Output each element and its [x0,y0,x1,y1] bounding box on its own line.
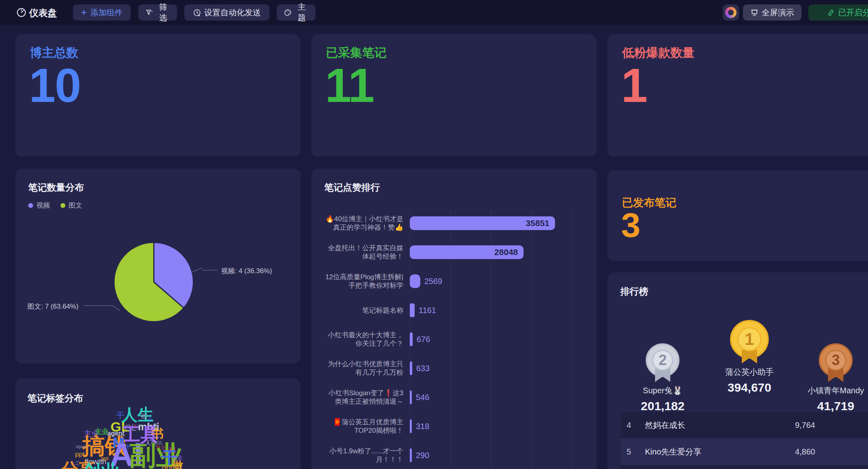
presentation-icon [751,9,758,17]
add-component-button[interactable]: + 添加组件 [73,4,131,21]
bar-row: 为什么小红书优质博主只有几万十几万粉633 [325,354,587,383]
bar-category-label: 12位高质量Plog博主拆解|手把手教你对标学 [325,267,403,296]
bar-category-label: 🧧蒲公英五月优质博主TOP20揭榜啦！ [325,412,403,441]
bar-row: 小红书最火的十大博主，你关注了几个？676 [325,325,587,354]
wordcloud-word: 做 [140,413,147,419]
bar-row: 🔥40位博主｜小红书才是真正的学习神器！赞👍35851 [325,209,587,238]
bar-row: 🧧蒲公英五月优质博主TOP20揭榜啦！318 [325,412,587,441]
link-icon [827,9,835,17]
medal-rank: 2 [652,350,673,371]
row-name: 然妈在成长 [645,420,685,431]
theme-button[interactable]: 主题 [277,4,315,21]
podium-value: 201,182 [641,399,684,413]
filter-button[interactable]: 筛选 [138,4,177,21]
legend-label: 视频 [36,201,50,210]
leaderboard-card: 排行榜 2Super兔🐰201,1821蒲公英小助手394,6703小镇青年Ma… [607,272,868,469]
bar-category-label: 小红书最火的十大博主，你关注了几个？ [325,325,403,354]
bar-category-label: 小号1.9w粉了......才一个月！！！ [325,441,403,469]
podium-name: 小镇青年Mandy [807,385,864,396]
row-name: Kino先生爱分享 [645,446,701,457]
silver-medal-icon: 2 [646,343,680,377]
leaderboard-row-4[interactable]: 4然妈在成长9,764 [621,412,868,438]
bar-category-label: 小红书Slogan变了❗这3类博主正被悄悄清退～ [325,383,403,412]
legend-dot [61,203,65,208]
bar-value: 290 [416,448,429,462]
bar-value: 546 [416,390,429,404]
auto-send-button[interactable]: 设置自动化发送 [184,4,269,21]
bar-track: 28048 [410,238,583,267]
pie-label-line [84,305,112,306]
wordcloud-word: 做 [172,460,183,469]
bar-track: 318 [410,412,583,441]
bar [410,332,413,346]
bar-row: 小号1.9w粉了......才一个月！！！290 [325,441,587,469]
bar-track: 290 [410,441,583,469]
bar-track: 2569 [410,267,583,296]
leaderboard-row-partial [621,465,868,469]
podium-name: Super兔🐰 [641,385,684,396]
pie-data-label-imagetext: 图文: 7 (63.64%) [27,302,79,311]
bar-row: 小红书Slogan变了❗这3类博主正被悄悄清退～546 [325,383,587,412]
wordcloud-word: gpt [162,464,173,469]
legend-dot [28,203,33,208]
leaderboard-row-5[interactable]: 5Kino先生爱分享4,860 [621,438,868,465]
bar-value: 1161 [419,303,436,317]
legend-item-图文[interactable]: 图文 [61,201,82,210]
podium-item-rank-2[interactable]: 2Super兔🐰201,182 [641,343,684,413]
wordcloud-word: agent [76,444,87,449]
stat-card-bloggers: 博主总数 10 [15,34,300,156]
card-title: 排行榜 [620,285,648,298]
bar-category-label: 🔥40位博主｜小红书才是真正的学习神器！赞👍 [325,209,403,238]
bar-value: 633 [416,361,430,375]
card-title: 笔记点赞排行 [324,181,380,194]
gold-medal-icon: 1 [730,320,769,359]
stat-value: 1 [621,58,647,113]
dashboard-app: 仪表盘 + 添加组件 筛选 设置自动化发送 主题 [0,0,868,469]
bar [410,303,415,317]
stat-card-low-fan-viral: 低粉爆款数量 1 [607,34,868,156]
bar-track: 546 [410,383,583,412]
podium-item-rank-1[interactable]: 1蒲公英小助手394,670 [725,320,774,394]
bar-chart-card: 笔记点赞排行 🔥40位博主｜小红书才是真正的学习神器！赞👍35851全盘托出！公… [311,168,597,469]
stat-value: 11 [325,58,374,113]
card-title: 笔记数量分布 [28,181,84,194]
bar-row: 全盘托出！公开真实自媒体起号经验！28048 [325,238,587,267]
bar [410,419,412,433]
bar-value: 28048 [495,245,518,259]
wordcloud-word: ppt [75,451,85,458]
gradient-ring-icon [725,7,737,18]
bar-value: 35851 [526,216,549,230]
wordcloud-word: 创业 [82,462,119,469]
medal-rank: 1 [737,327,762,351]
pie-label-line [192,268,202,272]
page-title: 仪表盘 [29,7,57,19]
row-value: 4,860 [795,447,815,457]
dashboard-gauge-icon [16,7,27,18]
bar [410,361,412,375]
brand-gradient-button[interactable] [723,4,739,21]
bar-category-label: 全盘托出！公开真实自媒体起号经验！ [325,238,403,267]
bar-value: 2569 [424,274,442,288]
legend-item-视频[interactable]: 视频 [28,201,50,210]
bar-value: 676 [417,332,430,346]
wordcloud-card: 笔记标签分布 人生干做干GLGL干mbti做主业主业agentGL工具人生书主业… [15,378,300,469]
podium-value: 41,719 [807,399,864,413]
legend-label: 图文 [69,201,82,210]
leaderboard-rows: 4然妈在成长9,7645Kino先生爱分享4,860 [621,412,868,469]
bar-row: 笔记标题名称1161 [325,296,587,325]
row-rank: 4 [621,421,637,430]
topbar: 仪表盘 + 添加组件 筛选 设置自动化发送 主题 [0,0,868,25]
fullscreen-present-button[interactable]: 全屏演示 [743,4,801,21]
stat-card-published-notes: 已发布笔记 3 [607,170,868,261]
wordcloud-word: 干 [116,411,124,419]
stat-value: 3 [621,205,640,245]
pie-legend: 视频图文 [28,201,82,210]
share-enabled-button[interactable]: 已开启分享 [808,4,868,21]
bar-track: 676 [410,325,583,354]
card-title: 笔记标签分布 [27,392,83,405]
stat-card-collected-notes: 已采集笔记 11 [311,34,597,156]
bar [410,448,412,462]
podium-item-rank-3[interactable]: 3小镇青年Mandy41,719 [807,343,864,413]
podium-name: 蒲公英小助手 [725,367,774,378]
row-rank: 5 [621,447,637,457]
